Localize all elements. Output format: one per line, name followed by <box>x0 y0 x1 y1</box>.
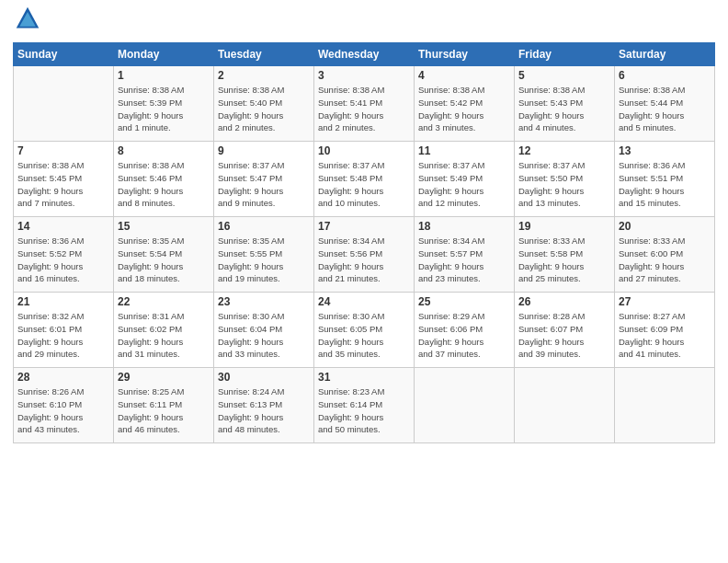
day-info: Sunrise: 8:34 AMSunset: 5:57 PMDaylight:… <box>418 235 510 285</box>
weekday-header: Friday <box>515 43 615 66</box>
day-info: Sunrise: 8:38 AMSunset: 5:45 PMDaylight:… <box>17 159 109 210</box>
day-number: 15 <box>118 220 210 233</box>
calendar-week-row: 14Sunrise: 8:36 AMSunset: 5:52 PMDayligh… <box>14 217 715 293</box>
day-info: Sunrise: 8:28 AMSunset: 6:07 PMDaylight:… <box>518 310 610 361</box>
day-number: 4 <box>418 69 510 82</box>
day-number: 19 <box>518 220 610 233</box>
day-info: Sunrise: 8:38 AMSunset: 5:41 PMDaylight:… <box>318 84 410 134</box>
day-info: Sunrise: 8:30 AMSunset: 6:05 PMDaylight:… <box>318 310 410 361</box>
day-number: 28 <box>17 371 109 384</box>
calendar-day-cell: 28Sunrise: 8:26 AMSunset: 6:10 PMDayligh… <box>14 368 114 443</box>
day-info: Sunrise: 8:36 AMSunset: 5:51 PMDaylight:… <box>619 159 711 210</box>
calendar-day-cell: 25Sunrise: 8:29 AMSunset: 6:06 PMDayligh… <box>415 293 515 368</box>
calendar-day-cell: 27Sunrise: 8:27 AMSunset: 6:09 PMDayligh… <box>615 293 715 368</box>
calendar-day-cell: 4Sunrise: 8:38 AMSunset: 5:42 PMDaylight… <box>415 66 515 142</box>
day-number: 25 <box>418 295 510 308</box>
day-number: 13 <box>619 144 711 157</box>
day-number: 16 <box>218 220 310 233</box>
day-number: 26 <box>518 295 610 308</box>
day-info: Sunrise: 8:37 AMSunset: 5:49 PMDaylight:… <box>418 159 510 210</box>
day-number: 24 <box>318 295 410 308</box>
weekday-header: Monday <box>114 43 214 66</box>
calendar-day-cell: 21Sunrise: 8:32 AMSunset: 6:01 PMDayligh… <box>14 293 114 368</box>
day-info: Sunrise: 8:33 AMSunset: 5:58 PMDaylight:… <box>518 235 610 285</box>
logo <box>13 9 40 35</box>
calendar-day-cell: 8Sunrise: 8:38 AMSunset: 5:46 PMDaylight… <box>114 142 214 217</box>
weekday-header: Saturday <box>615 43 715 66</box>
day-info: Sunrise: 8:37 AMSunset: 5:48 PMDaylight:… <box>318 159 410 210</box>
day-info: Sunrise: 8:38 AMSunset: 5:43 PMDaylight:… <box>518 84 610 134</box>
calendar-week-row: 7Sunrise: 8:38 AMSunset: 5:45 PMDaylight… <box>14 142 715 217</box>
calendar-day-cell: 6Sunrise: 8:38 AMSunset: 5:44 PMDaylight… <box>615 66 715 142</box>
day-info: Sunrise: 8:35 AMSunset: 5:54 PMDaylight:… <box>118 235 210 285</box>
calendar-day-cell: 2Sunrise: 8:38 AMSunset: 5:40 PMDaylight… <box>214 66 314 142</box>
day-number: 21 <box>17 295 109 308</box>
calendar-week-row: 1Sunrise: 8:38 AMSunset: 5:39 PMDaylight… <box>14 66 715 142</box>
day-number: 29 <box>118 371 210 384</box>
day-number: 10 <box>318 144 410 157</box>
calendar-table: SundayMondayTuesdayWednesdayThursdayFrid… <box>13 42 715 443</box>
calendar-day-cell <box>615 368 715 443</box>
calendar-day-cell: 20Sunrise: 8:33 AMSunset: 6:00 PMDayligh… <box>615 217 715 293</box>
day-number: 17 <box>318 220 410 233</box>
day-info: Sunrise: 8:38 AMSunset: 5:46 PMDaylight:… <box>118 159 210 210</box>
day-info: Sunrise: 8:33 AMSunset: 6:00 PMDaylight:… <box>619 235 711 285</box>
day-info: Sunrise: 8:38 AMSunset: 5:39 PMDaylight:… <box>118 84 210 134</box>
day-number: 20 <box>619 220 711 233</box>
calendar-day-cell: 24Sunrise: 8:30 AMSunset: 6:05 PMDayligh… <box>314 293 415 368</box>
day-number: 30 <box>218 371 310 384</box>
header <box>13 9 715 35</box>
weekday-header: Thursday <box>415 43 515 66</box>
weekday-header: Wednesday <box>314 43 415 66</box>
calendar-day-cell <box>14 66 114 142</box>
day-info: Sunrise: 8:35 AMSunset: 5:55 PMDaylight:… <box>218 235 310 285</box>
day-info: Sunrise: 8:23 AMSunset: 6:14 PMDaylight:… <box>318 385 410 436</box>
calendar-day-cell: 17Sunrise: 8:34 AMSunset: 5:56 PMDayligh… <box>314 217 415 293</box>
day-info: Sunrise: 8:37 AMSunset: 5:50 PMDaylight:… <box>518 159 610 210</box>
day-number: 3 <box>318 69 410 82</box>
day-info: Sunrise: 8:25 AMSunset: 6:11 PMDaylight:… <box>118 385 210 436</box>
calendar-day-cell: 30Sunrise: 8:24 AMSunset: 6:13 PMDayligh… <box>214 368 314 443</box>
calendar-day-cell: 31Sunrise: 8:23 AMSunset: 6:14 PMDayligh… <box>314 368 415 443</box>
calendar-day-cell: 13Sunrise: 8:36 AMSunset: 5:51 PMDayligh… <box>615 142 715 217</box>
calendar-day-cell: 23Sunrise: 8:30 AMSunset: 6:04 PMDayligh… <box>214 293 314 368</box>
calendar-week-row: 21Sunrise: 8:32 AMSunset: 6:01 PMDayligh… <box>14 293 715 368</box>
day-number: 27 <box>619 295 711 308</box>
calendar-day-cell: 16Sunrise: 8:35 AMSunset: 5:55 PMDayligh… <box>214 217 314 293</box>
weekday-header: Sunday <box>14 43 114 66</box>
day-info: Sunrise: 8:29 AMSunset: 6:06 PMDaylight:… <box>418 310 510 361</box>
day-info: Sunrise: 8:26 AMSunset: 6:10 PMDaylight:… <box>17 385 109 436</box>
calendar-day-cell: 3Sunrise: 8:38 AMSunset: 5:41 PMDaylight… <box>314 66 415 142</box>
calendar-day-cell: 11Sunrise: 8:37 AMSunset: 5:49 PMDayligh… <box>415 142 515 217</box>
calendar-day-cell: 29Sunrise: 8:25 AMSunset: 6:11 PMDayligh… <box>114 368 214 443</box>
day-info: Sunrise: 8:31 AMSunset: 6:02 PMDaylight:… <box>118 310 210 361</box>
calendar-day-cell <box>415 368 515 443</box>
day-info: Sunrise: 8:27 AMSunset: 6:09 PMDaylight:… <box>619 310 711 361</box>
calendar-week-row: 28Sunrise: 8:26 AMSunset: 6:10 PMDayligh… <box>14 368 715 443</box>
day-number: 7 <box>17 144 109 157</box>
day-info: Sunrise: 8:34 AMSunset: 5:56 PMDaylight:… <box>318 235 410 285</box>
day-number: 31 <box>318 371 410 384</box>
day-info: Sunrise: 8:24 AMSunset: 6:13 PMDaylight:… <box>218 385 310 436</box>
calendar-day-cell: 7Sunrise: 8:38 AMSunset: 5:45 PMDaylight… <box>14 142 114 217</box>
calendar-header-row: SundayMondayTuesdayWednesdayThursdayFrid… <box>14 43 715 66</box>
day-info: Sunrise: 8:32 AMSunset: 6:01 PMDaylight:… <box>17 310 109 361</box>
calendar-day-cell: 18Sunrise: 8:34 AMSunset: 5:57 PMDayligh… <box>415 217 515 293</box>
calendar-day-cell: 5Sunrise: 8:38 AMSunset: 5:43 PMDaylight… <box>515 66 615 142</box>
day-info: Sunrise: 8:38 AMSunset: 5:42 PMDaylight:… <box>418 84 510 134</box>
calendar-day-cell: 12Sunrise: 8:37 AMSunset: 5:50 PMDayligh… <box>515 142 615 217</box>
day-number: 12 <box>518 144 610 157</box>
day-number: 6 <box>619 69 711 82</box>
day-number: 9 <box>218 144 310 157</box>
page-container: SundayMondayTuesdayWednesdayThursdayFrid… <box>0 0 728 453</box>
day-info: Sunrise: 8:38 AMSunset: 5:40 PMDaylight:… <box>218 84 310 134</box>
day-number: 23 <box>218 295 310 308</box>
day-info: Sunrise: 8:38 AMSunset: 5:44 PMDaylight:… <box>619 84 711 134</box>
calendar-day-cell: 15Sunrise: 8:35 AMSunset: 5:54 PMDayligh… <box>114 217 214 293</box>
calendar-day-cell: 14Sunrise: 8:36 AMSunset: 5:52 PMDayligh… <box>14 217 114 293</box>
day-number: 11 <box>418 144 510 157</box>
day-info: Sunrise: 8:37 AMSunset: 5:47 PMDaylight:… <box>218 159 310 210</box>
day-number: 2 <box>218 69 310 82</box>
logo-icon <box>15 6 40 31</box>
day-number: 8 <box>118 144 210 157</box>
